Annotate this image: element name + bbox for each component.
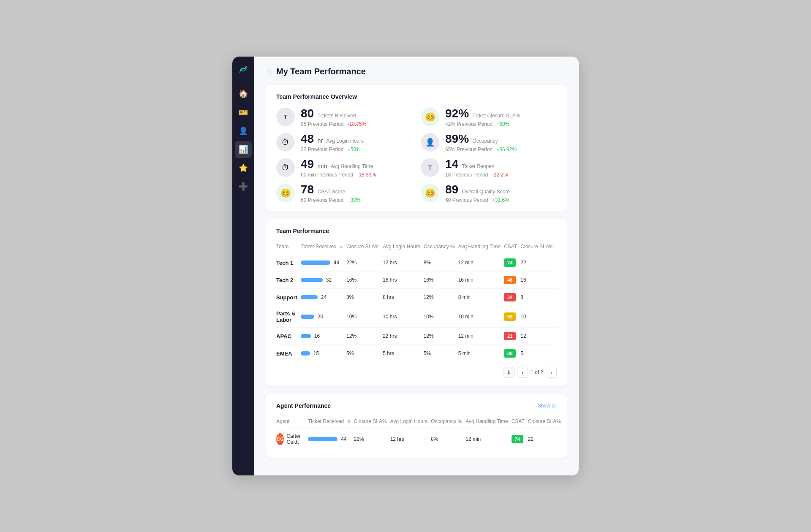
sidebar-item-home[interactable]: 🏠	[235, 85, 252, 102]
col-agent-closure-sla2: Closure SLA%	[528, 416, 564, 429]
sidebar-item-contacts[interactable]: 👤	[235, 122, 252, 139]
contacts-icon: 👤	[239, 126, 248, 136]
metric-avg-handling-time: ⏱ 49 min Avg Handling Time 60 min Previo…	[276, 157, 412, 178]
csat-badge: 74	[504, 258, 516, 267]
favorites-icon: ⭐	[239, 163, 248, 173]
show-all-link[interactable]: Show all	[538, 403, 557, 409]
table-row: Tech 1 44 22% 12 hrs 8% 12 min 74 22	[276, 254, 557, 271]
sidebar-item-reports[interactable]: 📊	[235, 141, 252, 158]
metric-value-quality: 89	[445, 183, 458, 196]
agent-performance-table: Agent Ticket Received ⇅ Closure SLA% Avg…	[276, 416, 564, 449]
sort-icon-agent: ⇅	[347, 419, 351, 424]
table-row: EMEA 15 5% 5 hrs 5% 5 min 86 5	[276, 345, 557, 362]
next-page-button[interactable]: ›	[546, 367, 557, 378]
col-team: Team	[276, 241, 301, 254]
metric-overall-quality: 😊 89 Overall Quality Score 60 Previous P…	[421, 183, 557, 203]
col-occupancy: Occupancy %	[424, 241, 458, 254]
metric-icon-handling-time: ⏱	[276, 158, 295, 177]
col-agent-login-hours: Avg Login Hours	[390, 416, 431, 429]
home-icon: 🏠	[239, 89, 248, 98]
avatar: CG	[276, 433, 284, 445]
reports-icon: 📊	[239, 145, 248, 154]
app-wrapper: 🏠 🎫 👤 📊 ⭐ ➕ ☆ My Team Performance Team P…	[232, 57, 579, 475]
star-icon[interactable]: ☆	[266, 68, 272, 76]
metric-icon-occupancy: 👤	[421, 133, 439, 152]
col-agent: Agent	[276, 416, 308, 429]
download-icon[interactable]: ⬇	[503, 367, 514, 378]
table-row: Support 24 8% 8 hrs 12% 8 min 34 8	[276, 289, 557, 306]
metric-value-tickets: 80	[301, 107, 314, 120]
ticket-bar	[301, 261, 330, 265]
team-performance-card: Team Performance Team Ticket Received ⇅ …	[266, 219, 567, 386]
ticket-bar	[301, 278, 323, 282]
metric-ticket-closure-sla: 😊 92% Ticket Closure SLA% 42% Previous P…	[421, 107, 557, 127]
metric-icon-tickets: T	[276, 108, 295, 126]
team-performance-table: Team Ticket Received ⇅ Closure SLA% Avg …	[276, 241, 557, 362]
ticket-bar	[301, 334, 311, 338]
page-title: My Team Performance	[276, 67, 366, 76]
metric-value-closure-sla: 92%	[445, 107, 469, 120]
col-agent-closure-sla: Closure SLA%	[354, 416, 390, 429]
metric-label-occupancy: Occupancy	[473, 138, 498, 144]
metric-icon-quality: 😊	[421, 184, 439, 202]
sidebar: 🏠 🎫 👤 📊 ⭐ ➕	[232, 57, 254, 475]
pagination-info: 1 of 2	[531, 369, 543, 375]
sort-icon: ⇅	[340, 244, 343, 249]
sidebar-item-tickets[interactable]: 🎫	[235, 104, 252, 121]
app-logo	[237, 63, 249, 77]
col-login-hours: Avg Login Hours	[383, 241, 424, 254]
sidebar-item-favorites[interactable]: ⭐	[235, 160, 252, 176]
col-closure-sla: Closure SLA%	[346, 241, 383, 254]
col-agent-ticket-received[interactable]: Ticket Received ⇅	[308, 416, 354, 429]
table-row: APAC 16 12% 22 hrs 12% 12 min 21 12	[276, 328, 557, 345]
csat-badge: 58	[504, 312, 516, 321]
metric-tickets-received: T 80 Tickets Received 95 Previous Period…	[276, 107, 412, 127]
csat-badge: 46	[504, 276, 516, 284]
main-content: ☆ My Team Performance Team Performance O…	[254, 57, 579, 475]
metric-occupancy: 👤 89% Occupancy 65% Previous Period +36.…	[421, 132, 557, 152]
csat-badge: 74	[512, 435, 523, 443]
overview-section-title: Team Performance Overview	[276, 93, 557, 100]
overview-card: Team Performance Overview T 80 Tickets R…	[266, 85, 567, 212]
agent-performance-title: Agent Performance	[276, 402, 331, 409]
col-handling-time: Avg Handling Time	[458, 241, 504, 254]
metric-label-closure-sla: Ticket Closure SLA%	[473, 113, 520, 119]
tickets-icon: 🎫	[239, 108, 248, 117]
ticket-bar	[301, 295, 318, 299]
metric-icon-closure-sla: 😊	[421, 108, 439, 126]
metric-value-login-hours: 48	[301, 132, 314, 145]
metrics-grid: T 80 Tickets Received 95 Previous Period…	[276, 107, 557, 203]
metric-icon-login-hours: ⏱	[276, 133, 295, 152]
page-header: ☆ My Team Performance	[266, 67, 567, 76]
prev-page-button[interactable]: ‹	[517, 367, 528, 378]
col-agent-occupancy: Occupancy %	[431, 416, 465, 429]
add-icon: ➕	[239, 182, 248, 191]
col-csat: CSAT	[504, 241, 520, 254]
metric-label-tickets: Tickets Received	[318, 113, 356, 119]
col-ticket-received[interactable]: Ticket Received ⇅	[301, 241, 346, 254]
sidebar-item-add[interactable]: ➕	[235, 178, 252, 195]
metric-label-reopen: Ticket Reopen	[462, 163, 495, 169]
col-agent-csat: CSAT	[512, 416, 528, 429]
metric-ticket-reopen: T 14 Ticket Reopen 18 Previous Period -2…	[421, 157, 557, 178]
csat-badge: 34	[504, 293, 516, 301]
col-agent-handling-time: Avg Handling Time	[465, 416, 512, 429]
csat-badge: 86	[504, 349, 516, 358]
metric-label-csat: CSAT Score	[318, 189, 346, 195]
team-performance-title: Team Performance	[276, 228, 557, 234]
csat-badge: 21	[504, 332, 516, 340]
metric-icon-reopen: T	[421, 158, 439, 177]
metric-value-reopen: 14	[445, 157, 458, 171]
table-row: Tech 2 32 16% 16 hrs 16% 16 min 46 16	[276, 271, 557, 289]
agent-name: Carter Geidt	[286, 433, 305, 445]
agent-section-header: Agent Performance Show all	[276, 402, 557, 409]
pagination: ⬇ ‹ 1 of 2 ›	[276, 367, 557, 378]
metric-avg-login-hours: ⏱ 48 hr Avg Login Hours 32 Previous Peri…	[276, 132, 412, 152]
ticket-bar	[308, 437, 337, 441]
table-header-row: Team Ticket Received ⇅ Closure SLA% Avg …	[276, 241, 557, 254]
ticket-bar	[301, 351, 310, 356]
metric-value-handling-time: 49	[301, 157, 314, 171]
agent-performance-card: Agent Performance Show all Agent Ticket …	[266, 394, 567, 458]
metric-icon-csat: 😊	[276, 184, 295, 202]
agent-table-header-row: Agent Ticket Received ⇅ Closure SLA% Avg…	[276, 416, 564, 429]
